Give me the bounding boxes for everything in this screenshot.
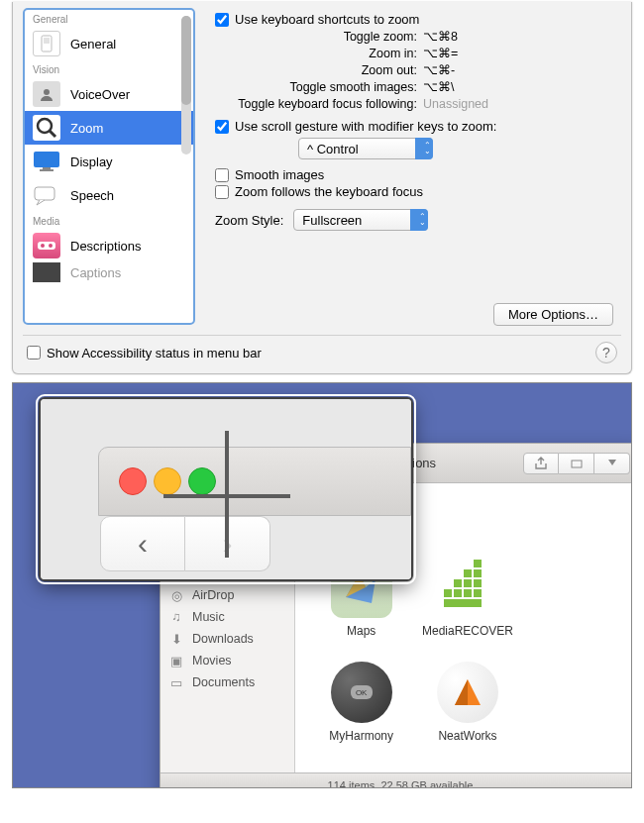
- shortcut-label: Zoom in:: [209, 46, 423, 62]
- svg-rect-9: [38, 242, 55, 250]
- svg-rect-21: [474, 579, 482, 587]
- app-mediarecover[interactable]: MediaRECOVER: [417, 557, 517, 656]
- svg-rect-16: [454, 589, 462, 597]
- smooth-images-checkbox[interactable]: [215, 168, 229, 182]
- magnified-titlebar: [98, 447, 411, 516]
- sidebar-item-display[interactable]: Display: [25, 145, 193, 178]
- fs-label: Documents: [192, 675, 255, 689]
- svg-rect-19: [454, 579, 462, 587]
- help-icon: ?: [602, 345, 610, 360]
- sidebar-section-media: Media: [25, 212, 193, 229]
- use-scroll-gesture-checkbox[interactable]: [215, 120, 229, 134]
- sidebar-item-label: Captions: [70, 265, 121, 280]
- svg-point-2: [44, 89, 50, 95]
- svg-point-11: [49, 244, 53, 248]
- actions-button[interactable]: [594, 453, 630, 474]
- airdrop-icon: ◎: [168, 587, 184, 603]
- scrollbar-thumb[interactable]: [181, 16, 191, 105]
- sidebar-section-vision: Vision: [25, 60, 193, 77]
- use-shortcuts-checkbox[interactable]: [215, 13, 229, 27]
- svg-rect-17: [464, 589, 472, 597]
- app-label: NeatWorks: [438, 729, 496, 743]
- sidebar-item-music[interactable]: ♫Music: [161, 606, 294, 628]
- shortcut-label: Zoom out:: [209, 62, 423, 79]
- app-neatworks[interactable]: NeatWorks: [417, 662, 517, 761]
- svg-point-3: [38, 119, 52, 133]
- modifier-key-select[interactable]: ^ Control: [298, 138, 433, 159]
- app-label: MyHarmony: [329, 729, 393, 743]
- magnified-traffic-lights: [119, 467, 216, 495]
- sidebar-item-general[interactable]: General: [25, 27, 193, 60]
- magnified-back-forward: ‹ ›: [100, 516, 270, 571]
- movies-icon: ▣: [168, 653, 184, 669]
- sidebar-item-captions[interactable]: Captions: [25, 262, 193, 282]
- document-icon: ▭: [168, 674, 184, 690]
- zoom-style-select-container: Fullscreen: [293, 209, 428, 231]
- sidebar-item-airdrop[interactable]: ◎AirDrop: [161, 584, 294, 606]
- shortcut-label: Toggle zoom:: [209, 29, 423, 46]
- shortcut-list: Toggle zoom:⌥⌘8 Zoom in:⌥⌘= Zoom out:⌥⌘-…: [209, 29, 617, 113]
- use-scroll-gesture-label: Use scroll gesture with modifier keys to…: [235, 119, 496, 134]
- use-shortcuts-label: Use keyboard shortcuts to zoom: [235, 12, 419, 27]
- fs-label: AirDrop: [192, 588, 234, 602]
- sidebar-section-general: General: [25, 10, 193, 27]
- speech-icon: [34, 184, 59, 206]
- sidebar-item-label: Zoom: [70, 121, 103, 136]
- voiceover-icon: [36, 83, 57, 105]
- sidebar-item-documents[interactable]: ▭Documents: [161, 671, 294, 693]
- svg-rect-5: [34, 152, 59, 167]
- follows-focus-label: Zoom follows the keyboard focus: [235, 184, 423, 199]
- zoom-icon: [35, 116, 58, 140]
- sidebar-item-voiceover[interactable]: VoiceOver: [25, 77, 193, 111]
- zoom-style-select[interactable]: Fullscreen: [293, 209, 428, 231]
- sidebar-item-zoom[interactable]: Zoom: [25, 111, 193, 145]
- accessibility-zoom-panel: General General Vision VoiceOver: [12, 2, 632, 374]
- myharmony-icon: OK: [331, 662, 392, 723]
- general-icon: [41, 35, 53, 52]
- sidebar-item-speech[interactable]: Speech: [25, 178, 193, 212]
- svg-point-10: [41, 244, 45, 248]
- modifier-key-select-container: ^ Control: [298, 138, 433, 159]
- zoom-pip-window[interactable]: ‹ ›: [39, 397, 413, 581]
- app-myharmony[interactable]: OK MyHarmony: [311, 662, 411, 761]
- sidebar-item-downloads[interactable]: ⬇︎Downloads: [161, 628, 294, 650]
- crosshair-horizontal: [163, 494, 290, 498]
- fs-label: Downloads: [192, 632, 254, 646]
- svg-rect-15: [444, 589, 452, 597]
- zoom-pip-content: ‹ ›: [41, 399, 411, 579]
- svg-rect-7: [40, 169, 54, 171]
- app-label: Maps: [347, 624, 376, 638]
- tags-button[interactable]: [559, 453, 594, 474]
- mediarecover-icon: [437, 557, 498, 618]
- sidebar-item-label: Descriptions: [70, 239, 142, 254]
- show-status-menubar-label: Show Accessibility status in menu bar: [47, 346, 262, 360]
- finder-status-bar: 114 items, 22.58 GB available: [161, 772, 632, 788]
- descriptions-icon: [37, 239, 56, 253]
- fs-label: Movies: [192, 654, 232, 668]
- sidebar-scrollbar[interactable]: [181, 16, 191, 154]
- svg-rect-25: [444, 599, 482, 607]
- shortcut-value: ⌥⌘8: [423, 29, 458, 46]
- share-button[interactable]: [523, 453, 559, 474]
- accessibility-sidebar: General General Vision VoiceOver: [23, 8, 195, 325]
- fullscreen-icon: [188, 467, 216, 495]
- music-icon: ♫: [168, 609, 184, 625]
- svg-rect-1: [44, 38, 50, 44]
- svg-rect-18: [474, 589, 482, 597]
- shortcut-value-unassigned: Unassigned: [423, 96, 488, 113]
- svg-rect-23: [474, 569, 482, 577]
- toolbar-group: [523, 453, 630, 474]
- sidebar-item-movies[interactable]: ▣Movies: [161, 650, 294, 671]
- download-icon: ⬇︎: [168, 631, 184, 647]
- more-options-button[interactable]: More Options…: [493, 303, 613, 326]
- neatworks-icon: [437, 662, 498, 723]
- zoom-settings-content: Use keyboard shortcuts to zoom Toggle zo…: [205, 8, 621, 325]
- shortcut-label: Toggle keyboard focus following:: [209, 96, 423, 113]
- help-button[interactable]: ?: [595, 342, 617, 363]
- follows-focus-checkbox[interactable]: [215, 185, 229, 199]
- desktop-screenshot: A Applications ☁︎iCloud Drive ◎AirDrop ♫…: [12, 382, 632, 788]
- sidebar-item-descriptions[interactable]: Descriptions: [25, 229, 193, 262]
- minimize-icon: [154, 467, 181, 495]
- finder-status-text: 114 items, 22.58 GB available: [328, 779, 474, 789]
- show-status-menubar-checkbox[interactable]: [27, 346, 41, 360]
